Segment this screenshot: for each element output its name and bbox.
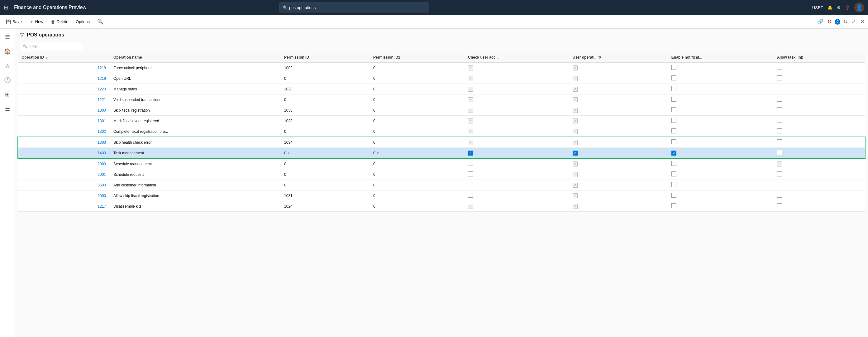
col-allow-task[interactable]: Allow task link (773, 53, 865, 62)
search-bar[interactable]: 🔍 (279, 2, 429, 12)
table-cell[interactable]: ✓ (569, 180, 668, 190)
checkbox[interactable] (777, 75, 782, 81)
checkbox[interactable]: ✓ (468, 87, 473, 92)
table-cell[interactable]: ✓ (569, 190, 668, 201)
help-icon[interactable]: ❓ (845, 5, 850, 10)
table-cell[interactable]: ✓ (464, 73, 568, 84)
table-cell[interactable] (773, 137, 865, 148)
table-cell[interactable]: ✓ (569, 158, 668, 169)
table-cell[interactable] (773, 62, 865, 73)
table-cell[interactable]: ✓ (569, 105, 668, 116)
col-permission-id2[interactable]: Permission ID2 (370, 53, 464, 62)
checkbox[interactable] (468, 193, 473, 197)
checkbox[interactable]: ✓ (468, 204, 473, 209)
checkbox[interactable]: ✓ (468, 108, 473, 113)
delete-button[interactable]: 🗑 Delete (48, 18, 72, 26)
table-cell[interactable] (668, 73, 773, 84)
checkbox[interactable]: ✓ (468, 97, 473, 102)
checkbox[interactable] (777, 182, 782, 187)
checkbox[interactable] (672, 182, 676, 187)
table-row[interactable]: 1218Force unlock peripheral10020✓✓ (18, 62, 865, 73)
table-row[interactable]: 1217Disassemble kits10240✓✓ (18, 201, 865, 212)
linked-icon[interactable]: 🔗 (816, 18, 825, 26)
search-input[interactable] (289, 5, 426, 10)
refresh-icon[interactable]: ↻ (842, 18, 849, 26)
table-cell[interactable] (668, 201, 773, 212)
checkbox[interactable] (777, 128, 782, 133)
checkbox[interactable] (777, 118, 782, 123)
table-cell[interactable] (773, 73, 865, 84)
table-cell[interactable] (668, 84, 773, 94)
table-cell[interactable] (464, 190, 568, 201)
checkbox[interactable]: ✓ (777, 161, 782, 166)
checkbox[interactable] (672, 97, 676, 102)
col-operation-id[interactable]: Operation ID ↑ (18, 53, 110, 62)
table-cell[interactable]: ✓ (569, 169, 668, 180)
table-cell[interactable]: ✓ (464, 126, 568, 137)
table-cell[interactable]: ✓ (773, 158, 865, 169)
filter-input-container[interactable]: 🔍 (20, 43, 82, 50)
col-operation-name[interactable]: Operation name (110, 53, 280, 62)
table-cell[interactable] (773, 105, 865, 116)
table-cell[interactable]: ✓ (569, 126, 668, 137)
col-permission-id[interactable]: Permission ID (280, 53, 370, 62)
settings-icon[interactable]: ⚙ (837, 5, 841, 10)
badge-icon[interactable]: 0 (835, 19, 840, 25)
checkbox[interactable] (672, 65, 676, 70)
table-cell[interactable]: ✓ (569, 94, 668, 105)
table-cell[interactable] (773, 148, 865, 159)
checkbox[interactable]: ✓ (468, 65, 473, 70)
office-icon[interactable]: O (827, 18, 833, 26)
table-cell[interactable]: ✓ (464, 94, 568, 105)
checkbox[interactable]: ✓ (572, 172, 578, 177)
checkbox[interactable] (672, 86, 676, 91)
table-cell[interactable]: ✓ (464, 116, 568, 126)
checkbox[interactable] (672, 75, 676, 81)
table-cell[interactable]: ✓ (668, 148, 773, 159)
table-cell[interactable] (773, 84, 865, 94)
col-user-op[interactable]: User operati... ▽ (569, 53, 668, 62)
checkbox[interactable]: ✓ (572, 97, 578, 102)
checkbox[interactable]: ✓ (468, 129, 473, 134)
sidebar-modules-icon[interactable]: ☰ (2, 103, 12, 115)
table-cell[interactable]: ✓ (569, 62, 668, 73)
checkbox[interactable]: ✓ (572, 119, 578, 123)
table-cell[interactable]: ✓ (569, 201, 668, 212)
sidebar-recent-icon[interactable]: 🕐 (2, 74, 13, 86)
user-avatar[interactable]: 👤 (854, 2, 864, 12)
filter-icon[interactable]: ▽ (20, 32, 24, 38)
table-cell[interactable]: ✓ (569, 116, 668, 126)
table-row[interactable]: 1219Open URL00✓✓ (18, 73, 865, 84)
open-icon[interactable]: ⤢ (850, 18, 857, 26)
checkbox[interactable] (468, 161, 473, 166)
checkbox[interactable] (672, 107, 676, 112)
table-cell[interactable] (668, 137, 773, 148)
table-cell[interactable]: ✓ (464, 201, 568, 212)
checkbox[interactable] (468, 182, 473, 187)
checkbox[interactable]: ✓ (572, 140, 578, 145)
checkbox[interactable] (777, 107, 782, 112)
table-row[interactable]: 2000Schedule management00✓✓ (18, 158, 865, 169)
checkbox[interactable]: ✓ (468, 151, 473, 156)
notification-icon[interactable]: 🔔 (828, 5, 833, 10)
checkbox[interactable] (672, 118, 676, 123)
table-row[interactable]: 1303Skip health check error10340✓✓ (18, 137, 865, 148)
table-cell[interactable]: ✓ (464, 137, 568, 148)
table-row[interactable]: 1400Task management0∨0∨✓✓✓ (18, 148, 865, 159)
new-button[interactable]: ＋ New (26, 18, 46, 26)
options-button[interactable]: Options (72, 18, 93, 26)
table-cell[interactable] (668, 105, 773, 116)
checkbox[interactable]: ✓ (572, 204, 578, 209)
close-icon[interactable]: ✕ (859, 18, 866, 26)
table-cell[interactable]: ✓ (569, 84, 668, 94)
checkbox[interactable] (672, 161, 676, 166)
table-cell[interactable] (773, 190, 865, 201)
checkbox[interactable]: ✓ (672, 151, 676, 156)
table-cell[interactable] (668, 116, 773, 126)
checkbox[interactable]: ✓ (572, 108, 578, 113)
checkbox[interactable] (777, 150, 782, 155)
table-row[interactable]: 1221Void suspended transactions00✓✓ (18, 94, 865, 105)
table-cell[interactable] (464, 180, 568, 190)
table-cell[interactable] (773, 116, 865, 126)
sidebar-favorites-icon[interactable]: ☆ (2, 60, 12, 72)
